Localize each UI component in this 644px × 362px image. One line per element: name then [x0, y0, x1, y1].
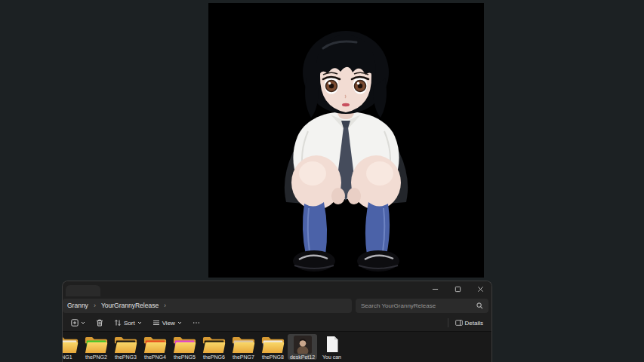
view-label: View — [162, 320, 175, 327]
ellipsis-icon — [193, 319, 200, 327]
file-item[interactable]: thePNG8 — [258, 334, 288, 360]
search-box — [356, 299, 488, 313]
file-thumbnail — [325, 335, 339, 354]
more-options-button[interactable] — [189, 317, 204, 329]
maximize-button[interactable] — [446, 281, 469, 296]
breadcrumb-chevron-icon[interactable]: › — [94, 302, 96, 309]
image-viewer — [208, 3, 484, 278]
file-item[interactable]: thePNG5 — [170, 334, 199, 360]
address-row: Granny › YourGrannyRelease › — [63, 296, 491, 314]
search-icon — [476, 302, 483, 309]
folder-icon — [85, 336, 108, 354]
file-label: thePNG3 — [115, 354, 137, 360]
explorer-tab[interactable] — [66, 285, 100, 296]
folder-icon — [63, 336, 79, 354]
folder-icon — [261, 336, 285, 354]
character-illustration — [208, 3, 484, 278]
trash-icon — [96, 319, 103, 327]
file-item[interactable]: deskPet12 — [288, 334, 317, 360]
file-item[interactable]: thePNG7 — [229, 334, 258, 360]
file-thumbnail — [261, 335, 285, 354]
file-label: thePNG2 — [85, 354, 107, 360]
file-item[interactable]: NG1 — [63, 334, 82, 360]
folder-icon — [114, 336, 137, 354]
file-item[interactable]: thePNG4 — [140, 334, 170, 360]
new-item-icon — [71, 319, 79, 327]
breadcrumb-segment-yourgrannyrelease[interactable]: YourGrannyRelease — [101, 302, 159, 309]
view-icon — [153, 319, 160, 327]
chevron-down-icon — [177, 321, 182, 325]
file-label: thePNG4 — [144, 354, 166, 360]
folder-icon — [202, 336, 226, 354]
close-button[interactable] — [469, 281, 491, 296]
file-label: thePNG8 — [262, 354, 284, 360]
document-icon — [325, 336, 339, 353]
delete-button[interactable] — [92, 317, 107, 329]
view-button[interactable]: View — [149, 317, 186, 329]
file-thumbnail — [294, 335, 312, 354]
toolbar: Sort View — [63, 314, 491, 331]
file-label: deskPet12 — [290, 354, 315, 360]
file-thumbnail — [232, 335, 255, 354]
file-label: thePNG7 — [233, 354, 254, 360]
window-controls — [424, 281, 491, 296]
file-item[interactable]: thePNG3 — [111, 334, 140, 360]
file-label: thePNG5 — [174, 354, 196, 360]
minimize-button[interactable] — [424, 281, 446, 296]
breadcrumb-chevron-icon[interactable]: › — [164, 302, 166, 309]
file-list: NG1 thePNG2 — [63, 331, 491, 362]
chevron-down-icon — [81, 321, 85, 325]
sort-button[interactable]: Sort — [110, 317, 146, 329]
folder-icon — [143, 336, 167, 354]
file-thumbnail — [63, 335, 79, 354]
details-pane-icon — [455, 319, 463, 327]
file-thumbnail — [85, 335, 108, 354]
file-item[interactable]: thePNG6 — [199, 334, 229, 360]
file-item[interactable]: thePNG2 — [82, 334, 111, 360]
sort-icon — [114, 319, 122, 327]
search-input[interactable] — [361, 302, 473, 309]
details-button[interactable]: Details — [451, 317, 487, 329]
breadcrumb-segment-granny[interactable]: Granny — [67, 302, 88, 309]
file-thumbnail — [173, 335, 196, 354]
chevron-down-icon — [137, 321, 142, 325]
title-bar — [63, 281, 491, 296]
explorer-window: Granny › YourGrannyRelease › — [62, 281, 492, 362]
file-thumbnail — [143, 335, 167, 354]
new-item-button[interactable] — [67, 317, 89, 329]
image-thumbnail — [294, 336, 312, 354]
folder-icon — [232, 336, 255, 354]
file-label: thePNG6 — [203, 354, 225, 360]
file-label: NG1 — [63, 354, 72, 360]
file-label: You can — [322, 354, 341, 360]
file-thumbnail — [202, 335, 226, 354]
folder-icon — [173, 336, 196, 354]
breadcrumb: Granny › YourGrannyRelease › — [63, 299, 352, 313]
file-item[interactable]: You can — [317, 334, 347, 360]
file-thumbnail — [114, 335, 137, 354]
sort-label: Sort — [124, 320, 135, 327]
details-label: Details — [465, 320, 483, 327]
toolbar-separator — [448, 318, 448, 327]
